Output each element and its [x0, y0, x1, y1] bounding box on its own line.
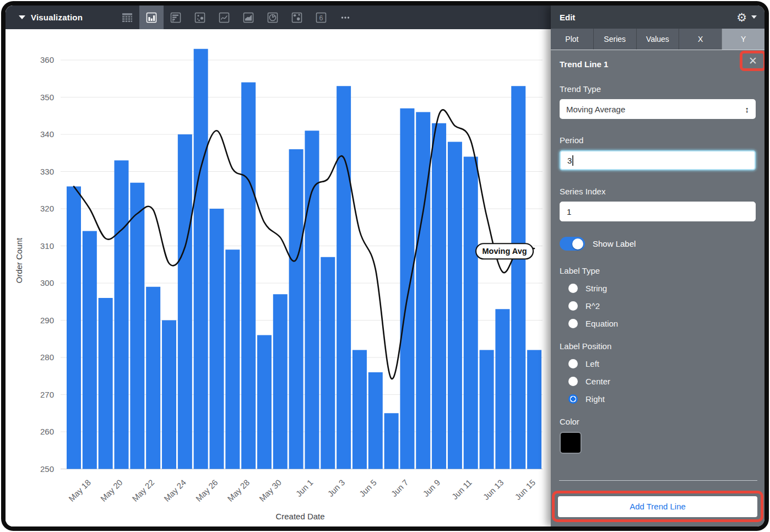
label-type-option-string[interactable]: String	[568, 284, 756, 293]
bar[interactable]	[178, 134, 192, 469]
trend-type-label: Trend Type	[560, 84, 756, 94]
label-type-option-equation[interactable]: Equation	[568, 319, 756, 328]
bar[interactable]	[146, 287, 160, 469]
y-tick-label: 280	[40, 352, 54, 362]
window-frame: Visualization	[1, 1, 769, 531]
horizontal-bar-chart-icon[interactable]	[164, 6, 188, 29]
label-type-option-r2[interactable]: R^2	[568, 301, 756, 311]
bar[interactable]	[448, 142, 462, 469]
y-tick-label: 330	[40, 167, 54, 176]
single-value-icon[interactable]: 6	[309, 6, 333, 29]
bar[interactable]	[83, 231, 97, 469]
select-updown-icon: ↕	[745, 105, 750, 114]
bar[interactable]	[400, 108, 414, 469]
gear-icon[interactable]: ⚙	[736, 12, 747, 23]
chevron-down-icon[interactable]	[751, 15, 757, 19]
trend-line-settings: Trend Line 1 Trend Type Moving Average ↕…	[551, 50, 764, 454]
show-label-toggle[interactable]	[560, 237, 585, 251]
bar[interactable]	[99, 298, 113, 469]
series-index-label: Series Index	[560, 187, 756, 196]
bar[interactable]	[353, 350, 367, 469]
y-tick-label: 300	[40, 278, 54, 287]
visualization-toolbar: Visualization	[6, 6, 551, 29]
y-tick-label: 340	[40, 129, 54, 139]
bar[interactable]	[384, 413, 399, 469]
bar[interactable]	[464, 157, 478, 469]
label-position-option-left[interactable]: Left	[568, 359, 756, 368]
tab-values[interactable]: Values	[636, 29, 679, 50]
tab-plot[interactable]: Plot	[551, 29, 593, 50]
trend-line-section-title: Trend Line 1	[560, 58, 756, 71]
add-trend-line-button[interactable]: Add Trend Line	[558, 496, 757, 517]
bar[interactable]	[527, 350, 541, 469]
radio-icon	[568, 284, 578, 293]
toggle-knob	[572, 238, 583, 249]
radio-icon	[568, 377, 578, 386]
bar[interactable]	[162, 321, 176, 469]
bar[interactable]	[321, 257, 335, 469]
bar[interactable]	[305, 131, 319, 469]
bar[interactable]	[225, 249, 240, 469]
map-chart-icon[interactable]	[285, 6, 309, 29]
bar[interactable]	[114, 160, 128, 469]
trend-line-label: Moving Avg	[482, 247, 527, 256]
series-index-input[interactable]: 1	[560, 202, 756, 221]
color-swatch[interactable]	[560, 432, 582, 454]
bar[interactable]	[511, 86, 525, 469]
bar-chart-icon[interactable]	[139, 6, 164, 29]
x-tick-label: Jun 9	[421, 477, 442, 498]
chevron-down-icon	[19, 15, 25, 19]
x-tick-label: May 26	[194, 477, 220, 503]
bar[interactable]	[368, 372, 383, 469]
period-input[interactable]: 3	[560, 150, 756, 170]
scatter-plot-icon[interactable]	[188, 6, 212, 29]
bar[interactable]	[495, 309, 509, 469]
bar[interactable]	[432, 123, 446, 469]
x-tick-label: Jun 13	[481, 477, 506, 502]
label-type-label: Label Type	[560, 266, 756, 275]
bar[interactable]	[289, 149, 303, 469]
bar[interactable]	[209, 209, 224, 469]
y-tick-label: 250	[40, 464, 54, 474]
y-tick-label: 260	[40, 427, 54, 436]
order-count-bar-chart: 250260270280290300310320330340350360May …	[6, 29, 551, 526]
label-position-label: Label Position	[560, 341, 756, 351]
edit-panel-tabs: Plot Series Values X Y	[551, 29, 764, 50]
more-options-icon[interactable]	[333, 6, 357, 29]
color-label: Color	[560, 417, 756, 426]
line-chart-icon[interactable]	[212, 6, 236, 29]
x-axis-title: Created Date	[275, 512, 324, 521]
table-chart-icon[interactable]	[115, 6, 139, 29]
tab-x[interactable]: X	[679, 29, 722, 50]
bar[interactable]	[194, 49, 208, 469]
bar[interactable]	[416, 112, 430, 469]
label-position-option-center[interactable]: Center	[568, 377, 756, 386]
order-count-chart[interactable]: 250260270280290300310320330340350360May …	[6, 29, 551, 526]
tab-series[interactable]: Series	[593, 29, 636, 50]
trend-type-select[interactable]: Moving Average ↕	[560, 99, 756, 119]
x-tick-label: Jun 1	[294, 477, 315, 498]
edit-panel: Edit ⚙ Plot Series Values X Y Trend Line…	[551, 6, 764, 526]
bar[interactable]	[480, 350, 494, 469]
x-tick-label: May 30	[257, 477, 283, 503]
close-icon[interactable]: ✕	[749, 56, 757, 66]
x-tick-label: Jun 15	[513, 477, 537, 502]
app-window: Visualization	[6, 6, 764, 526]
bar[interactable]	[273, 294, 288, 469]
bar[interactable]	[257, 335, 272, 469]
tab-y[interactable]: Y	[722, 29, 764, 50]
pie-chart-icon[interactable]	[261, 6, 285, 29]
bar[interactable]	[67, 187, 81, 469]
radio-icon	[568, 359, 578, 368]
bar[interactable]	[241, 83, 256, 469]
bar[interactable]	[337, 86, 351, 469]
area-chart-icon[interactable]	[236, 6, 261, 29]
bar[interactable]	[130, 183, 144, 469]
label-position-option-right[interactable]: Right	[568, 394, 756, 404]
visualization-title-toggle[interactable]: Visualization	[6, 13, 115, 22]
x-tick-label: Jun 3	[326, 477, 346, 498]
x-tick-label: May 24	[162, 477, 188, 503]
show-label-row: Show Label	[560, 237, 756, 251]
close-button-highlight-annotation: ✕	[740, 51, 764, 71]
x-tick-label: Jun 7	[389, 477, 410, 498]
